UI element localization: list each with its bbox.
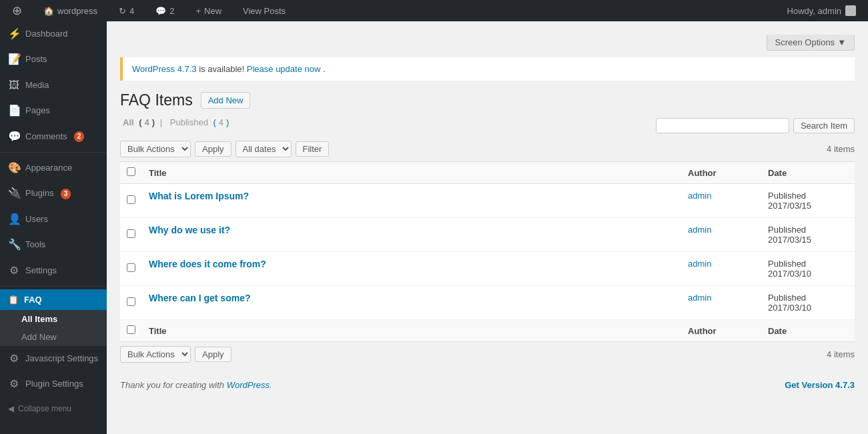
row-title-link[interactable]: Why do we use it? — [149, 225, 230, 235]
row-date-value: 2017/03/10 — [768, 303, 811, 313]
adminbar-user[interactable]: Howdy, admin — [782, 0, 861, 21]
screen-options-label: Screen Options — [775, 37, 835, 47]
sidebar-item-media[interactable]: 🖼 Media — [0, 73, 107, 98]
sidebar-item-settings[interactable]: ⚙ Settings — [0, 258, 107, 283]
adminbar-site[interactable]: 🏠 wordpress — [38, 0, 103, 21]
search-button[interactable]: Search Item — [793, 118, 855, 133]
new-label: New — [204, 6, 222, 16]
add-new-button[interactable]: Add New — [201, 92, 251, 109]
sidebar-item-tools[interactable]: 🔧 Tools — [0, 232, 107, 257]
row-date-value: 2017/03/10 — [768, 269, 811, 279]
footer-wordpress-link[interactable]: WordPress — [227, 380, 270, 390]
sidebar-subitem-all-items[interactable]: All Items — [0, 310, 107, 328]
row-checkbox[interactable] — [127, 297, 135, 306]
notice-update-link[interactable]: Please update now — [247, 64, 321, 74]
filter-published-link[interactable]: Published (4) — [167, 117, 230, 127]
sidebar-item-appearance[interactable]: 🎨 Appearance — [0, 155, 107, 181]
sidebar-item-pages[interactable]: 📄 Pages — [0, 98, 107, 123]
row-checkbox[interactable] — [127, 229, 135, 238]
plugins-badge: 3 — [61, 189, 71, 199]
sidebar-label-appearance: Appearance — [25, 162, 72, 174]
notice-text-mid: is available! — [199, 64, 247, 74]
plugins-icon: 🔌 — [8, 186, 20, 201]
row-author-link[interactable]: admin — [688, 259, 711, 269]
sidebar-item-faq[interactable]: 📋 FAQ — [0, 289, 107, 310]
adminbar-view-posts[interactable]: View Posts — [238, 0, 291, 21]
page-header: FAQ Items Add New — [120, 91, 855, 109]
row-checkbox[interactable] — [127, 195, 135, 204]
updates-icon: ↻ — [119, 6, 126, 16]
get-version-link[interactable]: Get Version 4.7.3 — [785, 380, 855, 390]
site-name: wordpress — [57, 6, 97, 16]
row-checkbox[interactable] — [127, 263, 135, 272]
apply-button-top[interactable]: Apply — [195, 141, 232, 157]
top-toolbar: Bulk Actions Apply All dates Filter 4 it… — [120, 137, 855, 161]
row-title-link[interactable]: Where can I get some? — [149, 293, 250, 303]
apply-button-bottom[interactable]: Apply — [195, 347, 232, 362]
items-table: Title Author Date What is Lorem Ipsum? a… — [120, 161, 855, 342]
row-author-link[interactable]: admin — [688, 191, 711, 201]
sidebar-label-plugins: Plugins — [25, 187, 54, 199]
wordpress-icon: ⊕ — [12, 3, 22, 18]
sidebar-item-plugins[interactable]: 🔌 Plugins 3 — [0, 181, 107, 206]
sidebar-add-new-label: Add New — [21, 332, 57, 342]
screen-options-button[interactable]: Screen Options ▼ — [767, 35, 855, 51]
sidebar-subitem-add-new[interactable]: Add New — [0, 328, 107, 346]
filter-separator: | — [160, 117, 165, 127]
sidebar-item-comments[interactable]: 💬 Comments 2 — [0, 124, 107, 149]
sidebar-item-dashboard[interactable]: ⚡ Dashboard — [0, 21, 107, 47]
row-author-link[interactable]: admin — [688, 225, 711, 235]
row-title-link[interactable]: Where does it come from? — [149, 259, 266, 269]
bulk-actions-select-top[interactable]: Bulk Actions — [120, 141, 191, 157]
adminbar-new[interactable]: + New — [190, 0, 227, 21]
pages-icon: 📄 — [8, 103, 20, 118]
footer-checkbox-cell — [120, 320, 142, 342]
row-date-cell: Published 2017/03/15 — [761, 218, 855, 252]
filter-all-link[interactable]: All (4) — [120, 117, 157, 127]
search-input[interactable] — [656, 118, 789, 133]
sidebar-label-media: Media — [25, 79, 49, 91]
adminbar-comments[interactable]: 💬 2 — [150, 0, 179, 21]
row-date-status: Published — [768, 191, 806, 201]
row-date-cell: Published 2017/03/15 — [761, 184, 855, 218]
sidebar-label-settings: Settings — [25, 265, 57, 277]
sidebar-label-comments: Comments — [25, 131, 67, 143]
row-author-link[interactable]: admin — [688, 293, 711, 303]
row-author-cell: admin — [681, 218, 761, 252]
items-count-bottom: 4 items — [827, 349, 855, 359]
items-table-wrapper: Title Author Date What is Lorem Ipsum? a… — [120, 161, 855, 342]
sidebar: ⚡ Dashboard 📝 Posts 🖼 Media 📄 Pages 💬 Co… — [0, 21, 107, 434]
date-filter-select[interactable]: All dates — [236, 141, 292, 157]
bulk-actions-select-bottom[interactable]: Bulk Actions — [120, 346, 191, 363]
sidebar-item-posts[interactable]: 📝 Posts — [0, 47, 107, 72]
items-count-top: 4 items — [827, 144, 855, 154]
main-content: Screen Options ▼ WordPress 4.7.3 is avai… — [107, 21, 868, 434]
collapse-menu[interactable]: ◀ Collapse menu — [0, 397, 107, 420]
notice-text-suffix: . — [323, 64, 326, 74]
row-date-status: Published — [768, 225, 806, 235]
row-date-status: Published — [768, 259, 806, 269]
select-all-checkbox[interactable] — [127, 167, 135, 176]
site-icon: 🏠 — [43, 6, 54, 16]
header-checkbox-cell — [120, 162, 142, 184]
notice-version-link[interactable]: WordPress 4.7.3 — [132, 64, 197, 74]
filter-button[interactable]: Filter — [296, 141, 330, 157]
appearance-icon: 🎨 — [8, 161, 20, 175]
settings-icon: ⚙ — [8, 263, 20, 278]
adminbar-updates[interactable]: ↻ 4 — [113, 0, 139, 21]
adminbar-wp-logo[interactable]: ⊕ — [7, 0, 27, 21]
sidebar-divider-2 — [0, 286, 107, 287]
plugin-settings-icon: ⚙ — [8, 377, 20, 391]
page-title: FAQ Items — [120, 91, 193, 109]
sidebar-label-tools: Tools — [25, 239, 45, 251]
row-title-link[interactable]: What is Lorem Ipsum? — [149, 191, 249, 201]
row-author-cell: admin — [681, 184, 761, 218]
sidebar-item-javascript-settings[interactable]: ⚙ Javascript Settings — [0, 346, 107, 371]
footer-right: Get Version 4.7.3 — [785, 380, 855, 390]
table-row: Why do we use it? admin Published 2017/0… — [120, 218, 855, 252]
sidebar-item-users[interactable]: 👤 Users — [0, 207, 107, 232]
admin-bar: ⊕ 🏠 wordpress ↻ 4 💬 2 + New View Posts H… — [0, 0, 868, 21]
select-all-checkbox-bottom[interactable] — [127, 325, 135, 334]
row-author-cell: admin — [681, 252, 761, 286]
sidebar-item-plugin-settings[interactable]: ⚙ Plugin Settings — [0, 371, 107, 397]
